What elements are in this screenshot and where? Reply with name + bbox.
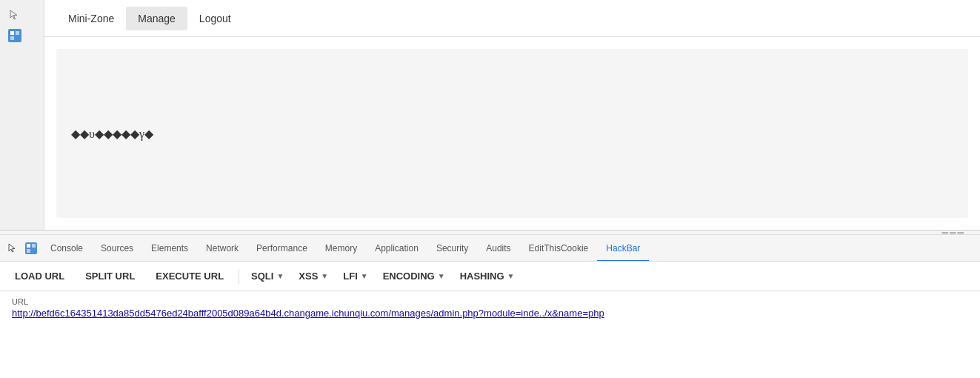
url-area: URL http://befd6c164351413da85dd5476ed24… bbox=[0, 291, 980, 325]
split-url-button[interactable]: SPLIT URL bbox=[76, 268, 144, 285]
sqli-label: SQLI bbox=[251, 271, 273, 282]
svg-rect-3 bbox=[10, 36, 14, 40]
cursor-icon[interactable] bbox=[6, 6, 24, 24]
xss-button[interactable]: XSS ▼ bbox=[293, 268, 334, 285]
tab-security[interactable]: Security bbox=[427, 235, 477, 262]
manage-tab[interactable]: Manage bbox=[126, 7, 187, 30]
garbled-text: ◆◆υ◆◆◆◆◆γ◆ bbox=[71, 127, 153, 141]
encoding-label: ENCODING bbox=[383, 271, 435, 282]
logout-tab[interactable]: Logout bbox=[187, 7, 243, 30]
tab-editthiscookie[interactable]: EditThisCookie bbox=[520, 235, 598, 262]
tab-sources[interactable]: Sources bbox=[92, 235, 142, 262]
tab-elements[interactable]: Elements bbox=[142, 235, 197, 262]
svg-rect-1 bbox=[10, 31, 14, 35]
browser-content: Mini-Zone Manage Logout ◆◆υ◆◆◆◆◆γ◆ bbox=[0, 0, 980, 230]
devtools-tabs: Console Sources Elements Network Perform… bbox=[0, 235, 980, 262]
inspect-devtools-icon[interactable] bbox=[24, 241, 39, 256]
encoding-arrow: ▼ bbox=[438, 272, 445, 280]
devtools-panel: ═══ Console Sources Elements Network Per… bbox=[0, 230, 980, 378]
url-value[interactable]: http://befd6c164351413da85dd5476ed24baff… bbox=[12, 308, 968, 319]
nav-bar: Mini-Zone Manage Logout bbox=[44, 0, 980, 37]
lfi-arrow: ▼ bbox=[361, 272, 368, 280]
execute-url-button[interactable]: EXECUTE URL bbox=[147, 268, 233, 285]
hashing-arrow: ▼ bbox=[507, 272, 515, 280]
mini-zone-tab[interactable]: Mini-Zone bbox=[56, 7, 126, 30]
divider-1 bbox=[239, 269, 239, 284]
main-content: Mini-Zone Manage Logout ◆◆υ◆◆◆◆◆γ◆ bbox=[44, 0, 980, 230]
tab-memory[interactable]: Memory bbox=[316, 235, 366, 262]
left-panel bbox=[0, 0, 44, 230]
encoding-button[interactable]: ENCODING ▼ bbox=[377, 268, 451, 285]
xss-arrow: ▼ bbox=[321, 272, 328, 280]
tab-console[interactable]: Console bbox=[41, 235, 92, 262]
svg-rect-2 bbox=[16, 31, 19, 35]
content-area: ◆◆υ◆◆◆◆◆γ◆ bbox=[56, 49, 968, 218]
hackbar-toolbar: LOAD URL SPLIT URL EXECUTE URL SQLI ▼ XS… bbox=[0, 262, 980, 291]
svg-rect-7 bbox=[27, 249, 30, 253]
inspect-icon[interactable] bbox=[6, 27, 24, 44]
load-url-button[interactable]: LOAD URL bbox=[6, 268, 73, 285]
hashing-button[interactable]: HASHING ▼ bbox=[454, 268, 521, 285]
hashing-label: HASHING bbox=[460, 271, 504, 282]
tab-application[interactable]: Application bbox=[366, 235, 427, 262]
xss-label: XSS bbox=[299, 271, 318, 282]
tab-hackbar[interactable]: HackBar bbox=[597, 235, 649, 262]
svg-rect-5 bbox=[27, 244, 30, 248]
cursor-devtools-icon[interactable] bbox=[6, 241, 21, 256]
svg-rect-6 bbox=[32, 244, 36, 248]
sqli-arrow: ▼ bbox=[276, 272, 284, 280]
url-label: URL bbox=[12, 297, 968, 306]
sqli-button[interactable]: SQLI ▼ bbox=[245, 268, 290, 285]
resize-dots: ═══ bbox=[941, 228, 965, 238]
tab-performance[interactable]: Performance bbox=[247, 235, 316, 262]
lfi-button[interactable]: LFI ▼ bbox=[337, 268, 373, 285]
tab-network[interactable]: Network bbox=[197, 235, 247, 262]
lfi-label: LFI bbox=[343, 271, 358, 282]
tab-audits[interactable]: Audits bbox=[477, 235, 519, 262]
svg-rect-0 bbox=[8, 29, 21, 42]
